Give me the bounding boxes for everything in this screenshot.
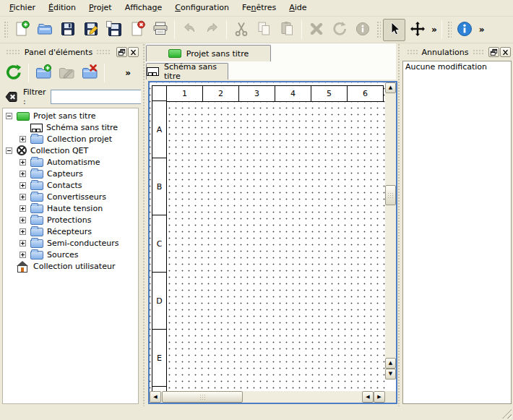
- dock-grip[interactable]: [473, 49, 483, 55]
- float-panel-button[interactable]: [488, 47, 499, 57]
- scroll-up-button[interactable]: [385, 358, 396, 369]
- scroll-right-button[interactable]: [374, 391, 385, 403]
- close-file-button[interactable]: [126, 19, 148, 41]
- new-document-button[interactable]: [10, 19, 33, 41]
- vertical-scrollbar[interactable]: [385, 82, 396, 380]
- toolbar-drag-handle[interactable]: [3, 20, 8, 39]
- cut-button[interactable]: [230, 19, 252, 41]
- menu-item[interactable]: Édition: [42, 1, 82, 14]
- toolbar-overflow-button[interactable]: »: [477, 25, 486, 35]
- tree-item[interactable]: Automatisme: [3, 156, 138, 168]
- scroll-left-button[interactable]: [150, 391, 161, 403]
- resize-grip[interactable]: [502, 409, 512, 419]
- rotate-button[interactable]: [328, 19, 350, 41]
- refresh-icon: [5, 64, 22, 83]
- tree-expander[interactable]: [20, 194, 26, 200]
- horizontal-scrollbar[interactable]: [150, 391, 385, 403]
- pan-mode-button[interactable]: [406, 19, 428, 41]
- menu-item[interactable]: Aide: [283, 1, 313, 14]
- tree-expander[interactable]: [20, 205, 26, 212]
- save-button[interactable]: [56, 19, 79, 41]
- tree-item-icon: [30, 251, 43, 260]
- toolbar-overflow-button[interactable]: »: [429, 25, 439, 35]
- dock-grip[interactable]: [6, 49, 21, 55]
- menu-item[interactable]: Projet: [82, 1, 118, 14]
- tree-item[interactable]: Collection QET: [3, 145, 138, 156]
- save-as-button[interactable]: [79, 19, 102, 41]
- tab-project[interactable]: Projet sans titre: [146, 45, 271, 61]
- delete-button[interactable]: [305, 19, 327, 41]
- scroll-left-button[interactable]: [362, 391, 374, 403]
- tree-expander[interactable]: [20, 136, 26, 142]
- tree-expander[interactable]: [20, 171, 26, 177]
- row-header: D: [152, 272, 167, 330]
- tree-expander[interactable]: [20, 252, 26, 258]
- copy-button[interactable]: [253, 19, 275, 41]
- undo-history-item[interactable]: Aucune modification: [403, 61, 511, 72]
- tree-item[interactable]: Capteurs: [3, 168, 138, 179]
- tree-expander[interactable]: [20, 217, 26, 223]
- tree-item[interactable]: Haute tension: [3, 202, 138, 214]
- vertical-scroll-thumb[interactable]: [385, 185, 396, 205]
- toolbar-separator: [104, 64, 105, 82]
- tree-expander[interactable]: [6, 113, 12, 119]
- close-panel-button[interactable]: [128, 47, 139, 57]
- menu-item[interactable]: Configuration: [168, 1, 236, 14]
- open-project-button[interactable]: [33, 19, 56, 41]
- left-splitter[interactable]: [141, 43, 146, 406]
- workspace: Projet sans titre Schéma sans titre: [146, 43, 396, 406]
- selection-mode-button[interactable]: [383, 19, 405, 41]
- new-category-button[interactable]: [33, 62, 54, 84]
- tree-expander[interactable]: [6, 147, 12, 154]
- tree-expander[interactable]: [20, 228, 26, 235]
- tree-item[interactable]: Projet sans titre: [3, 110, 138, 121]
- tree-item[interactable]: Collection projet: [3, 133, 138, 145]
- menu-item[interactable]: Affichage: [118, 1, 169, 14]
- float-panel-button[interactable]: [116, 47, 127, 57]
- close-panel-button[interactable]: [500, 47, 511, 57]
- tree-expander[interactable]: [20, 182, 26, 189]
- paste-button[interactable]: [276, 19, 298, 41]
- redo-button[interactable]: [201, 19, 223, 41]
- tree-item[interactable]: Sources: [3, 249, 138, 260]
- delete-category-button[interactable]: [79, 62, 100, 84]
- tree-item[interactable]: Convertisseurs: [3, 191, 138, 202]
- toolbar-drag-handle[interactable]: [447, 20, 452, 39]
- project-info-button[interactable]: [454, 19, 476, 41]
- save-all-button[interactable]: [103, 19, 125, 41]
- scroll-down-button[interactable]: [385, 369, 396, 380]
- object-info-button[interactable]: [351, 19, 374, 41]
- menu-item[interactable]: Fenêtres: [236, 1, 283, 14]
- reload-collections-button[interactable]: [3, 62, 25, 84]
- toolbar-drag-handle[interactable]: [376, 20, 381, 39]
- dock-grip[interactable]: [96, 49, 111, 55]
- tree-item[interactable]: Protections: [3, 214, 138, 226]
- dock-grip[interactable]: [407, 49, 418, 55]
- column-header: 2: [202, 85, 239, 102]
- menu-item[interactable]: Fichier: [3, 1, 42, 14]
- folder-edit-icon: [58, 64, 75, 83]
- schema-canvas[interactable]: 123456 ABCDE: [150, 82, 385, 391]
- horizontal-scroll-thumb[interactable]: [162, 391, 243, 403]
- panel-toolbar-overflow-button[interactable]: »: [123, 68, 132, 78]
- column-headers: 123456: [152, 85, 384, 102]
- app-window: FichierÉditionProjetAffichageConfigurati…: [0, 0, 513, 420]
- tree-item[interactable]: Schéma sans titre: [3, 121, 138, 133]
- tree-item[interactable]: Semi-conducteurs: [3, 237, 138, 249]
- undo-history-list[interactable]: Aucune modification: [402, 61, 512, 404]
- tree-item[interactable]: Récepteurs: [3, 226, 138, 237]
- scroll-up-button[interactable]: [385, 82, 396, 93]
- undo-button[interactable]: [178, 19, 200, 41]
- toolbar-separator: [226, 20, 227, 39]
- close-icon: [129, 48, 137, 56]
- tree-item[interactable]: Contacts: [3, 179, 138, 191]
- print-button[interactable]: [149, 19, 171, 41]
- tab-schema[interactable]: Schéma sans titre: [146, 63, 228, 80]
- tree-item[interactable]: Collection utilisateur: [3, 260, 138, 272]
- tree-expander[interactable]: [20, 159, 26, 166]
- tree-item-icon: [17, 112, 30, 121]
- schema-view[interactable]: 123456 ABCDE: [148, 81, 397, 404]
- edit-category-button[interactable]: [56, 62, 77, 84]
- tree-expander[interactable]: [20, 240, 26, 247]
- clear-filter-button[interactable]: [4, 90, 19, 104]
